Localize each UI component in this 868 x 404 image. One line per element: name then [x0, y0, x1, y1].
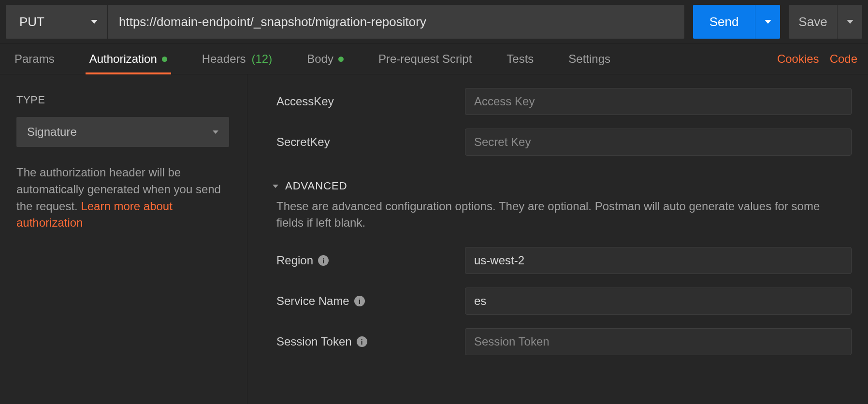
- authorization-panel: TYPE Signature The authorization header …: [0, 74, 868, 404]
- code-link[interactable]: Code: [830, 52, 857, 66]
- tab-label: Body: [307, 52, 333, 66]
- save-button[interactable]: Save: [789, 5, 837, 39]
- auth-type-select[interactable]: Signature: [16, 117, 229, 147]
- status-dot-icon: [338, 57, 344, 62]
- tab-body[interactable]: Body: [303, 44, 347, 74]
- access-key-input[interactable]: [465, 88, 852, 115]
- advanced-description: These are advanced configuration options…: [276, 198, 847, 231]
- tab-strip: Params Authorization Headers (12) Body P…: [0, 43, 868, 74]
- tab-label: Params: [14, 52, 55, 66]
- http-method-value: PUT: [19, 14, 44, 29]
- advanced-heading: ADVANCED: [285, 180, 347, 192]
- tab-label: Headers: [202, 52, 246, 66]
- label-text: Session Token: [276, 335, 352, 348]
- send-button[interactable]: Send: [693, 5, 755, 39]
- tab-right-links: Cookies Code: [777, 52, 857, 66]
- chevron-down-icon: [91, 20, 98, 24]
- auth-type-pane: TYPE Signature The authorization header …: [0, 74, 247, 404]
- request-bar: PUT Send Save: [0, 0, 868, 43]
- access-key-label: AccessKey: [276, 95, 465, 108]
- cookies-link[interactable]: Cookies: [777, 52, 819, 66]
- info-icon[interactable]: i: [318, 255, 329, 266]
- advanced-toggle[interactable]: ADVANCED: [273, 180, 852, 192]
- region-row: Region i: [276, 247, 852, 274]
- headers-count: (12): [252, 52, 273, 66]
- send-dropdown-button[interactable]: [755, 5, 780, 39]
- region-label: Region i: [276, 254, 465, 267]
- tab-authorization[interactable]: Authorization: [86, 44, 171, 74]
- session-token-input[interactable]: [465, 328, 852, 355]
- chevron-down-icon: [847, 20, 854, 24]
- secret-key-input[interactable]: [465, 129, 852, 156]
- save-button-group: Save: [789, 5, 862, 39]
- tab-label: Settings: [568, 52, 610, 66]
- save-dropdown-button[interactable]: [837, 5, 862, 39]
- tab-tests[interactable]: Tests: [503, 44, 537, 74]
- tab-pre-request[interactable]: Pre-request Script: [375, 44, 476, 74]
- secret-key-row: SecretKey: [276, 129, 852, 156]
- tab-params[interactable]: Params: [11, 44, 58, 74]
- tab-label: Authorization: [89, 52, 157, 66]
- region-input[interactable]: [465, 247, 852, 274]
- service-name-label: Service Name i: [276, 294, 465, 308]
- info-icon[interactable]: i: [357, 336, 367, 347]
- url-input[interactable]: [108, 5, 684, 39]
- send-button-group: Send: [693, 5, 780, 39]
- service-name-row: Service Name i: [276, 288, 852, 315]
- chevron-down-icon: [213, 130, 218, 134]
- chevron-down-icon: [765, 20, 771, 24]
- auth-type-value: Signature: [27, 125, 77, 139]
- type-heading: TYPE: [16, 94, 231, 106]
- tab-label: Tests: [506, 52, 534, 66]
- tab-headers[interactable]: Headers (12): [198, 44, 276, 74]
- access-key-row: AccessKey: [276, 88, 852, 115]
- service-name-input[interactable]: [465, 288, 852, 315]
- auth-fields-pane: AccessKey SecretKey ADVANCED These are a…: [247, 74, 868, 404]
- tab-label: Pre-request Script: [378, 52, 472, 66]
- session-token-label: Session Token i: [276, 335, 465, 348]
- http-method-select[interactable]: PUT: [6, 5, 107, 39]
- tab-settings[interactable]: Settings: [564, 44, 614, 74]
- label-text: Region: [276, 254, 313, 267]
- label-text: Service Name: [276, 294, 349, 308]
- info-icon[interactable]: i: [354, 296, 365, 306]
- status-dot-icon: [162, 57, 167, 62]
- secret-key-label: SecretKey: [276, 135, 465, 149]
- chevron-down-icon: [273, 185, 278, 188]
- auth-help-text: The authorization header will be automat…: [16, 164, 231, 231]
- session-token-row: Session Token i: [276, 328, 852, 355]
